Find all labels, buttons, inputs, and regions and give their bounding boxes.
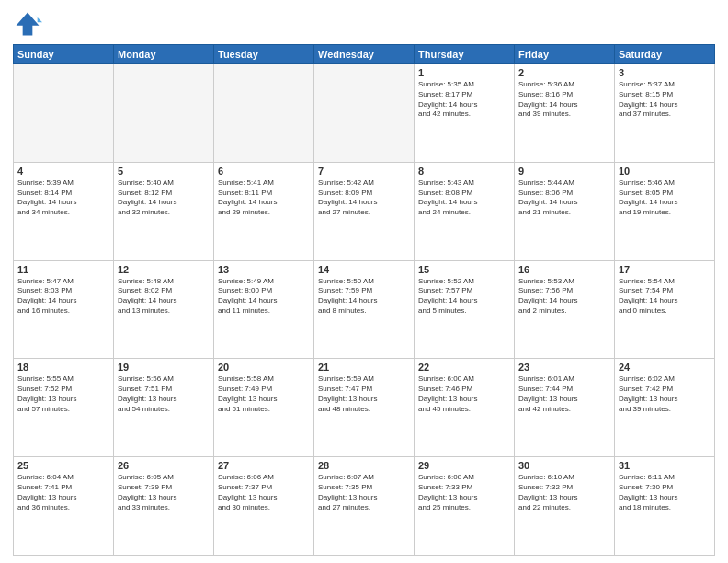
- calendar-cell: 31Sunrise: 6:11 AMSunset: 7:30 PMDayligh…: [615, 457, 715, 556]
- cell-info: Sunrise: 6:11 AMSunset: 7:30 PMDaylight:…: [619, 473, 711, 512]
- cell-info: Sunrise: 5:53 AMSunset: 7:56 PMDaylight:…: [518, 277, 610, 316]
- calendar-cell: 20Sunrise: 5:58 AMSunset: 7:49 PMDayligh…: [214, 359, 314, 457]
- cell-info: Sunrise: 5:56 AMSunset: 7:51 PMDaylight:…: [118, 374, 210, 414]
- cell-day-number: 11: [17, 264, 109, 275]
- cell-day-number: 25: [17, 460, 109, 471]
- calendar-cell: 30Sunrise: 6:10 AMSunset: 7:32 PMDayligh…: [515, 457, 615, 556]
- calendar-week-1: 1Sunrise: 5:35 AMSunset: 8:17 PMDaylight…: [14, 64, 715, 163]
- calendar-week-5: 25Sunrise: 6:04 AMSunset: 7:41 PMDayligh…: [14, 457, 715, 556]
- calendar-cell: 11Sunrise: 5:47 AMSunset: 8:03 PMDayligh…: [14, 260, 114, 359]
- calendar-cell: 17Sunrise: 5:54 AMSunset: 7:54 PMDayligh…: [615, 260, 715, 359]
- cell-day-number: 23: [518, 362, 610, 373]
- calendar-header-monday: Monday: [114, 45, 214, 64]
- calendar-week-2: 4Sunrise: 5:39 AMSunset: 8:14 PMDaylight…: [14, 162, 715, 260]
- calendar-cell: 28Sunrise: 6:07 AMSunset: 7:35 PMDayligh…: [314, 457, 415, 556]
- cell-day-number: 29: [418, 460, 510, 471]
- calendar-cell: 2Sunrise: 5:36 AMSunset: 8:16 PMDaylight…: [515, 64, 615, 163]
- calendar-cell: 24Sunrise: 6:02 AMSunset: 7:42 PMDayligh…: [615, 359, 715, 457]
- calendar-cell: 22Sunrise: 6:00 AMSunset: 7:46 PMDayligh…: [415, 359, 515, 457]
- cell-day-number: 27: [218, 460, 310, 471]
- cell-info: Sunrise: 5:42 AMSunset: 8:09 PMDaylight:…: [318, 178, 410, 218]
- cell-info: Sunrise: 6:07 AMSunset: 7:35 PMDaylight:…: [318, 473, 410, 512]
- calendar-cell: 29Sunrise: 6:08 AMSunset: 7:33 PMDayligh…: [415, 457, 515, 556]
- calendar-cell: 19Sunrise: 5:56 AMSunset: 7:51 PMDayligh…: [114, 359, 214, 457]
- cell-day-number: 8: [418, 166, 510, 177]
- cell-info: Sunrise: 6:06 AMSunset: 7:37 PMDaylight:…: [218, 473, 310, 512]
- cell-day-number: 1: [418, 67, 510, 78]
- calendar-cell: 25Sunrise: 6:04 AMSunset: 7:41 PMDayligh…: [14, 457, 114, 556]
- calendar-cell: 15Sunrise: 5:52 AMSunset: 7:57 PMDayligh…: [415, 260, 515, 359]
- cell-info: Sunrise: 5:52 AMSunset: 7:57 PMDaylight:…: [418, 277, 510, 316]
- calendar-cell: 8Sunrise: 5:43 AMSunset: 8:08 PMDaylight…: [415, 162, 515, 260]
- cell-info: Sunrise: 5:40 AMSunset: 8:12 PMDaylight:…: [118, 178, 210, 218]
- calendar-cell: 26Sunrise: 6:05 AMSunset: 7:39 PMDayligh…: [114, 457, 214, 556]
- cell-info: Sunrise: 5:55 AMSunset: 7:52 PMDaylight:…: [17, 374, 109, 414]
- calendar-header-wednesday: Wednesday: [314, 45, 415, 64]
- calendar-cell: [214, 64, 314, 163]
- cell-day-number: 17: [619, 264, 711, 275]
- cell-info: Sunrise: 5:50 AMSunset: 7:59 PMDaylight:…: [318, 277, 410, 316]
- svg-marker-1: [34, 14, 42, 22]
- cell-day-number: 6: [218, 166, 310, 177]
- calendar-header-sunday: Sunday: [14, 45, 114, 64]
- cell-day-number: 13: [218, 264, 310, 275]
- cell-info: Sunrise: 5:44 AMSunset: 8:06 PMDaylight:…: [518, 178, 610, 218]
- calendar-header-tuesday: Tuesday: [214, 45, 314, 64]
- cell-info: Sunrise: 6:08 AMSunset: 7:33 PMDaylight:…: [418, 473, 510, 512]
- calendar-week-4: 18Sunrise: 5:55 AMSunset: 7:52 PMDayligh…: [14, 359, 715, 457]
- cell-day-number: 24: [619, 362, 711, 373]
- calendar-cell: 9Sunrise: 5:44 AMSunset: 8:06 PMDaylight…: [515, 162, 615, 260]
- cell-day-number: 22: [418, 362, 510, 373]
- calendar-cell: 7Sunrise: 5:42 AMSunset: 8:09 PMDaylight…: [314, 162, 415, 260]
- calendar-cell: 6Sunrise: 5:41 AMSunset: 8:11 PMDaylight…: [214, 162, 314, 260]
- cell-info: Sunrise: 6:02 AMSunset: 7:42 PMDaylight:…: [619, 374, 711, 414]
- calendar: SundayMondayTuesdayWednesdayThursdayFrid…: [13, 44, 715, 556]
- cell-day-number: 16: [518, 264, 610, 275]
- cell-day-number: 20: [218, 362, 310, 373]
- cell-info: Sunrise: 5:49 AMSunset: 8:00 PMDaylight:…: [218, 277, 310, 316]
- cell-info: Sunrise: 5:43 AMSunset: 8:08 PMDaylight:…: [418, 178, 510, 218]
- cell-info: Sunrise: 5:47 AMSunset: 8:03 PMDaylight:…: [17, 277, 109, 316]
- calendar-cell: [114, 64, 214, 163]
- calendar-cell: 27Sunrise: 6:06 AMSunset: 7:37 PMDayligh…: [214, 457, 314, 556]
- calendar-cell: 21Sunrise: 5:59 AMSunset: 7:47 PMDayligh…: [314, 359, 415, 457]
- cell-info: Sunrise: 5:48 AMSunset: 8:02 PMDaylight:…: [118, 277, 210, 316]
- calendar-cell: 5Sunrise: 5:40 AMSunset: 8:12 PMDaylight…: [114, 162, 214, 260]
- calendar-cell: 18Sunrise: 5:55 AMSunset: 7:52 PMDayligh…: [14, 359, 114, 457]
- cell-info: Sunrise: 6:05 AMSunset: 7:39 PMDaylight:…: [118, 473, 210, 512]
- cell-day-number: 7: [318, 166, 410, 177]
- cell-info: Sunrise: 5:39 AMSunset: 8:14 PMDaylight:…: [17, 178, 109, 218]
- calendar-header-thursday: Thursday: [415, 45, 515, 64]
- cell-day-number: 30: [518, 460, 610, 471]
- calendar-cell: 1Sunrise: 5:35 AMSunset: 8:17 PMDaylight…: [415, 64, 515, 163]
- cell-info: Sunrise: 6:04 AMSunset: 7:41 PMDaylight:…: [17, 473, 109, 512]
- calendar-cell: 14Sunrise: 5:50 AMSunset: 7:59 PMDayligh…: [314, 260, 415, 359]
- cell-info: Sunrise: 5:36 AMSunset: 8:16 PMDaylight:…: [518, 80, 610, 120]
- cell-day-number: 9: [518, 166, 610, 177]
- cell-day-number: 4: [17, 166, 109, 177]
- cell-info: Sunrise: 5:35 AMSunset: 8:17 PMDaylight:…: [418, 80, 510, 120]
- cell-info: Sunrise: 5:58 AMSunset: 7:49 PMDaylight:…: [218, 374, 310, 414]
- cell-day-number: 15: [418, 264, 510, 275]
- calendar-header-row: SundayMondayTuesdayWednesdayThursdayFrid…: [14, 45, 715, 64]
- cell-info: Sunrise: 5:46 AMSunset: 8:05 PMDaylight:…: [619, 178, 711, 218]
- calendar-cell: 23Sunrise: 6:01 AMSunset: 7:44 PMDayligh…: [515, 359, 615, 457]
- svg-marker-0: [17, 13, 40, 36]
- calendar-cell: 10Sunrise: 5:46 AMSunset: 8:05 PMDayligh…: [615, 162, 715, 260]
- page: SundayMondayTuesdayWednesdayThursdayFrid…: [0, 0, 728, 563]
- logo: [13, 9, 46, 39]
- cell-day-number: 28: [318, 460, 410, 471]
- cell-day-number: 3: [619, 67, 711, 78]
- calendar-header-friday: Friday: [515, 45, 615, 64]
- cell-day-number: 2: [518, 67, 610, 78]
- cell-info: Sunrise: 5:41 AMSunset: 8:11 PMDaylight:…: [218, 178, 310, 218]
- cell-info: Sunrise: 5:59 AMSunset: 7:47 PMDaylight:…: [318, 374, 410, 414]
- cell-info: Sunrise: 5:54 AMSunset: 7:54 PMDaylight:…: [619, 277, 711, 316]
- calendar-cell: [14, 64, 114, 163]
- calendar-cell: 13Sunrise: 5:49 AMSunset: 8:00 PMDayligh…: [214, 260, 314, 359]
- calendar-cell: 3Sunrise: 5:37 AMSunset: 8:15 PMDaylight…: [615, 64, 715, 163]
- cell-day-number: 12: [118, 264, 210, 275]
- cell-day-number: 31: [619, 460, 711, 471]
- header: [13, 9, 715, 39]
- cell-day-number: 21: [318, 362, 410, 373]
